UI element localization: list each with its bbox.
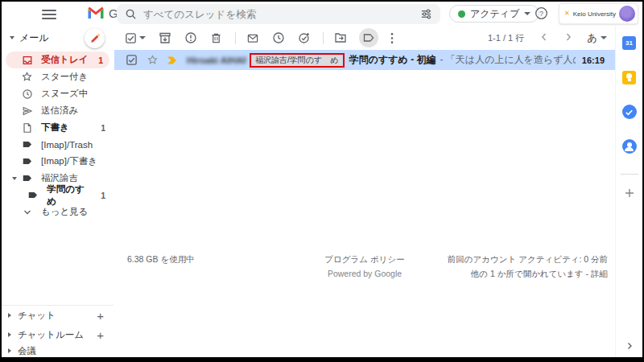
older-page-icon[interactable] bbox=[563, 31, 576, 44]
star-icon bbox=[21, 71, 33, 83]
chevron-down-icon bbox=[21, 206, 33, 218]
avatar[interactable] bbox=[619, 6, 635, 22]
gmail-logo-icon bbox=[87, 6, 105, 23]
email-subject: 学問のすすめ - 初編 bbox=[349, 53, 436, 67]
google-tasks-icon[interactable] bbox=[622, 105, 637, 119]
importance-marker-icon[interactable] bbox=[166, 56, 179, 65]
account-name: Keio University bbox=[573, 10, 616, 18]
google-contacts-icon[interactable] bbox=[622, 139, 637, 154]
snooze-icon[interactable] bbox=[271, 31, 285, 45]
top-bar: Gmail アクティブ ? ✕ Keio University bbox=[2, 2, 642, 26]
label-icon bbox=[21, 155, 33, 167]
sidebar-section-rooms[interactable]: チャットルーム + bbox=[2, 325, 114, 344]
help-icon[interactable]: ? bbox=[535, 6, 549, 21]
label-icon bbox=[21, 138, 33, 150]
sidebar-item-drafts[interactable]: 下書き 1 bbox=[2, 119, 114, 136]
search-icon bbox=[125, 8, 137, 20]
new-room-button[interactable]: + bbox=[97, 328, 104, 342]
toolbar-divider bbox=[323, 32, 324, 44]
mail-section-label: メール bbox=[19, 31, 49, 45]
label-icon bbox=[27, 189, 39, 201]
report-spam-icon[interactable] bbox=[184, 31, 197, 45]
clock-icon bbox=[21, 88, 33, 100]
chevron-down-icon bbox=[524, 12, 530, 15]
svg-text:?: ? bbox=[539, 10, 543, 18]
email-checkbox[interactable] bbox=[126, 54, 138, 66]
active-status-dot-icon bbox=[458, 10, 465, 18]
send-icon bbox=[21, 105, 33, 117]
compose-button[interactable] bbox=[85, 28, 105, 48]
left-sidebar: メール 受信トレイ 1 スター付き スヌーズ中 bbox=[2, 26, 114, 357]
sidebar-item-snoozed[interactable]: スヌーズ中 bbox=[2, 85, 114, 102]
select-all-checkbox[interactable] bbox=[125, 31, 146, 45]
draft-icon bbox=[21, 121, 33, 134]
sidebar-item-imap-trash[interactable]: [Imap]/Trash bbox=[2, 136, 114, 153]
chevron-down-icon bbox=[601, 36, 607, 39]
archive-icon[interactable] bbox=[158, 31, 171, 45]
email-label-chip[interactable]: 福沢諭吉/学問のすゝめ bbox=[252, 56, 342, 65]
mail-section-header[interactable]: メール bbox=[2, 26, 114, 50]
account-badge[interactable]: ✕ Keio University bbox=[559, 3, 638, 24]
pagination-label: 1-1 / 1 行 bbox=[488, 32, 524, 44]
sidebar-item-starred[interactable]: スター付き bbox=[2, 68, 114, 85]
more-options-icon[interactable] bbox=[385, 31, 398, 45]
move-to-icon[interactable] bbox=[333, 31, 347, 45]
star-icon[interactable] bbox=[147, 54, 159, 66]
expand-triangle-icon bbox=[8, 332, 11, 337]
search-bar[interactable] bbox=[117, 4, 440, 24]
panel-divider bbox=[621, 174, 638, 175]
mail-toolbar: 1-1 / 1 行 あ bbox=[114, 27, 615, 48]
sidebar-item-gakumon-sublabel[interactable]: 学問のすゝめ 1 bbox=[2, 187, 114, 204]
google-calendar-icon[interactable]: 31 bbox=[622, 35, 637, 50]
status-label: アクティブ bbox=[470, 7, 519, 21]
newer-page-icon[interactable] bbox=[539, 31, 551, 44]
chat-status-selector[interactable]: アクティブ bbox=[449, 5, 539, 23]
search-options-icon[interactable] bbox=[420, 8, 432, 20]
last-account-activity: 前回のアカウント アクティビティ: 0 分前 bbox=[448, 254, 608, 265]
keio-crest-icon: ✕ bbox=[564, 10, 570, 17]
mark-unread-icon[interactable] bbox=[246, 31, 259, 45]
main-area: 1-1 / 1 行 あ Hiroaki AIHARA 福沢諭吉/学問のすゝめ 学… bbox=[114, 26, 615, 357]
unread-count: 1 bbox=[98, 56, 103, 65]
label-count: 1 bbox=[101, 191, 105, 200]
sidebar-item-more[interactable]: もっと見る bbox=[2, 204, 114, 220]
add-to-tasks-icon[interactable] bbox=[297, 31, 311, 45]
email-snippet: - 「天は人の上に人を造らず人の下に人を造らず」と言え... bbox=[440, 53, 576, 67]
labels-icon[interactable] bbox=[359, 28, 378, 47]
email-sender-redacted: Hiroaki AIHARA bbox=[187, 56, 246, 65]
details-link[interactable]: 詳細 bbox=[591, 269, 608, 278]
annotation-highlight-box: 福沢諭吉/学問のすゝめ bbox=[250, 53, 345, 68]
pencil-icon bbox=[89, 33, 101, 44]
toolbar-divider bbox=[235, 32, 236, 44]
right-side-panel: 31 bbox=[615, 26, 642, 357]
collapse-triangle-icon bbox=[10, 36, 14, 39]
input-tools-button[interactable]: あ bbox=[587, 31, 607, 45]
label-icon bbox=[21, 172, 33, 184]
delete-icon[interactable] bbox=[209, 31, 223, 45]
chat-sections: チャット + チャットルーム + 会議 bbox=[2, 305, 114, 357]
new-chat-button[interactable]: + bbox=[97, 309, 104, 323]
expand-triangle-icon[interactable] bbox=[12, 177, 17, 180]
draft-count: 1 bbox=[101, 123, 105, 133]
sidebar-item-imap-drafts[interactable]: [Imap]/下書き bbox=[2, 153, 114, 170]
google-keep-icon[interactable] bbox=[622, 70, 637, 84]
email-row[interactable]: Hiroaki AIHARA 福沢諭吉/学問のすゝめ 学問のすすめ - 初編 -… bbox=[114, 50, 615, 70]
sidebar-item-inbox[interactable]: 受信トレイ 1 bbox=[6, 51, 109, 68]
hide-side-panel-icon[interactable] bbox=[616, 341, 642, 351]
opened-elsewhere-text: 他の 1 か所で開かれています - bbox=[471, 269, 588, 278]
get-add-ons-icon[interactable] bbox=[622, 186, 637, 200]
sidebar-item-sent[interactable]: 送信済み bbox=[2, 102, 114, 119]
inbox-icon bbox=[21, 54, 33, 66]
expand-triangle-icon bbox=[8, 348, 11, 353]
chevron-down-icon[interactable] bbox=[139, 36, 146, 39]
search-input[interactable] bbox=[143, 9, 420, 20]
expand-triangle-icon bbox=[8, 313, 11, 318]
sidebar-section-chat[interactable]: チャット + bbox=[2, 306, 114, 325]
sidebar-section-meet[interactable]: 会議 bbox=[2, 344, 114, 357]
hamburger-menu-icon[interactable] bbox=[42, 7, 56, 20]
email-time: 16:19 bbox=[582, 56, 605, 65]
gmail-window: Gmail アクティブ ? ✕ Keio University bbox=[2, 2, 642, 357]
